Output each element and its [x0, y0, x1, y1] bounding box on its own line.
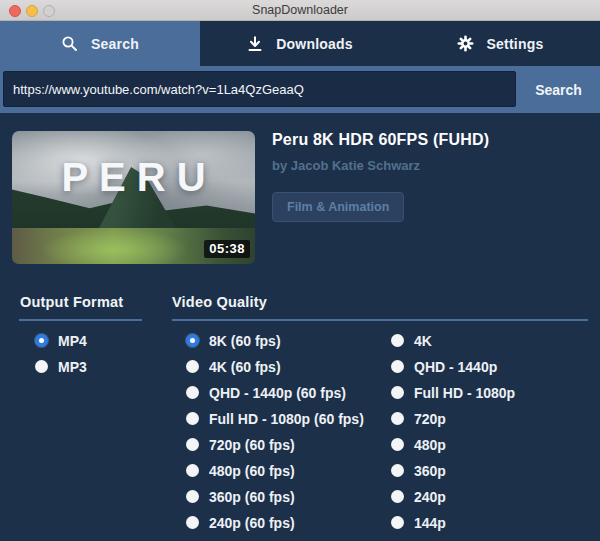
- video-quality-option-label: 480p (60 fps): [209, 463, 295, 479]
- video-quality-option-480p-60-fps[interactable]: 480p (60 fps): [186, 464, 364, 477]
- url-input[interactable]: [3, 71, 516, 107]
- output-format-heading: Output Format: [20, 294, 123, 310]
- output-format-option-mp3[interactable]: MP3: [35, 360, 87, 373]
- search-icon: [61, 35, 78, 52]
- radio-unselected-icon[interactable]: [186, 360, 199, 373]
- video-quality-heading: Video Quality: [172, 294, 267, 310]
- video-quality-option-720p[interactable]: 720p: [391, 412, 515, 425]
- radio-unselected-icon[interactable]: [391, 438, 404, 451]
- radio-unselected-icon[interactable]: [391, 490, 404, 503]
- video-quality-option-label: 240p: [414, 489, 446, 505]
- video-quality-option-480p[interactable]: 480p: [391, 438, 515, 451]
- radio-unselected-icon[interactable]: [391, 464, 404, 477]
- tab-search-label: Search: [91, 36, 139, 52]
- output-format-option-label: MP4: [58, 333, 87, 349]
- video-title: Peru 8K HDR 60FPS (FUHD): [272, 131, 489, 149]
- thumbnail-caption: PERU: [12, 155, 255, 200]
- radio-unselected-icon[interactable]: [391, 516, 404, 529]
- titlebar: SnapDownloader: [0, 0, 600, 21]
- snapdownloader-window: SnapDownloader Search Downloads: [0, 0, 600, 541]
- video-quality-option-720p-60-fps[interactable]: 720p (60 fps): [186, 438, 364, 451]
- output-format-group: MP4MP3: [35, 334, 87, 373]
- tab-settings-label: Settings: [487, 36, 544, 52]
- tab-bar: Search Downloads: [0, 21, 600, 66]
- video-quality-option-qhd-1440p[interactable]: QHD - 1440p: [391, 360, 515, 373]
- video-quality-underline: [172, 319, 588, 321]
- output-format-option-label: MP3: [58, 359, 87, 375]
- radio-unselected-icon[interactable]: [391, 334, 404, 347]
- tab-search[interactable]: Search: [0, 21, 200, 66]
- video-byline: by Jacob Katie Schwarz: [272, 158, 420, 173]
- tab-downloads-label: Downloads: [276, 36, 352, 52]
- video-quality-option-label: 144p: [414, 515, 446, 531]
- video-quality-option-label: 720p: [414, 411, 446, 427]
- search-row: Search: [0, 66, 600, 113]
- video-quality-option-label: 480p: [414, 437, 446, 453]
- video-quality-option-4k[interactable]: 4K: [391, 334, 515, 347]
- tab-downloads[interactable]: Downloads: [200, 21, 400, 66]
- output-format-underline: [19, 319, 142, 321]
- download-icon: [247, 35, 263, 52]
- video-quality-option-label: 4K (60 fps): [209, 359, 281, 375]
- video-quality-option-240p[interactable]: 240p: [391, 490, 515, 503]
- video-quality-option-label: QHD - 1440p: [414, 359, 497, 375]
- radio-unselected-icon[interactable]: [186, 412, 199, 425]
- radio-selected-icon[interactable]: [35, 334, 48, 347]
- video-quality-option-label: Full HD - 1080p: [414, 385, 515, 401]
- video-quality-option-360p-60-fps[interactable]: 360p (60 fps): [186, 490, 364, 503]
- video-quality-option-full-hd-1080p-60-fps[interactable]: Full HD - 1080p (60 fps): [186, 412, 364, 425]
- video-thumbnail: PERU 05:38: [12, 131, 255, 264]
- gear-icon: [457, 35, 474, 52]
- radio-unselected-icon[interactable]: [35, 360, 48, 373]
- video-quality-option-4k-60-fps[interactable]: 4K (60 fps): [186, 360, 364, 373]
- video-quality-group-left: 8K (60 fps)4K (60 fps)QHD - 1440p (60 fp…: [186, 334, 364, 529]
- radio-unselected-icon[interactable]: [186, 464, 199, 477]
- radio-unselected-icon[interactable]: [186, 490, 199, 503]
- video-quality-option-360p[interactable]: 360p: [391, 464, 515, 477]
- radio-unselected-icon[interactable]: [391, 412, 404, 425]
- duration-badge: 05:38: [204, 240, 250, 258]
- video-quality-option-144p[interactable]: 144p: [391, 516, 515, 529]
- video-quality-option-label: 360p (60 fps): [209, 489, 295, 505]
- video-quality-option-label: QHD - 1440p (60 fps): [209, 385, 346, 401]
- category-badge[interactable]: Film & Animation: [272, 192, 404, 222]
- video-quality-option-full-hd-1080p[interactable]: Full HD - 1080p: [391, 386, 515, 399]
- radio-unselected-icon[interactable]: [391, 386, 404, 399]
- video-quality-option-label: 240p (60 fps): [209, 515, 295, 531]
- video-quality-option-8k-60-fps[interactable]: 8K (60 fps): [186, 334, 364, 347]
- radio-unselected-icon[interactable]: [186, 438, 199, 451]
- video-quality-option-qhd-1440p-60-fps[interactable]: QHD - 1440p (60 fps): [186, 386, 364, 399]
- video-quality-option-label: 4K: [414, 333, 432, 349]
- search-button[interactable]: Search: [517, 66, 600, 113]
- radio-selected-icon[interactable]: [186, 334, 199, 347]
- video-quality-option-label: 720p (60 fps): [209, 437, 295, 453]
- tab-settings[interactable]: Settings: [400, 21, 600, 66]
- video-quality-option-label: Full HD - 1080p (60 fps): [209, 411, 364, 427]
- radio-unselected-icon[interactable]: [186, 386, 199, 399]
- window-title: SnapDownloader: [0, 3, 600, 17]
- output-format-option-mp4[interactable]: MP4: [35, 334, 87, 347]
- video-quality-group-right: 4KQHD - 1440pFull HD - 1080p720p480p360p…: [391, 334, 515, 529]
- video-quality-option-240p-60-fps[interactable]: 240p (60 fps): [186, 516, 364, 529]
- video-quality-option-label: 8K (60 fps): [209, 333, 281, 349]
- video-quality-option-label: 360p: [414, 463, 446, 479]
- radio-unselected-icon[interactable]: [186, 516, 199, 529]
- radio-unselected-icon[interactable]: [391, 360, 404, 373]
